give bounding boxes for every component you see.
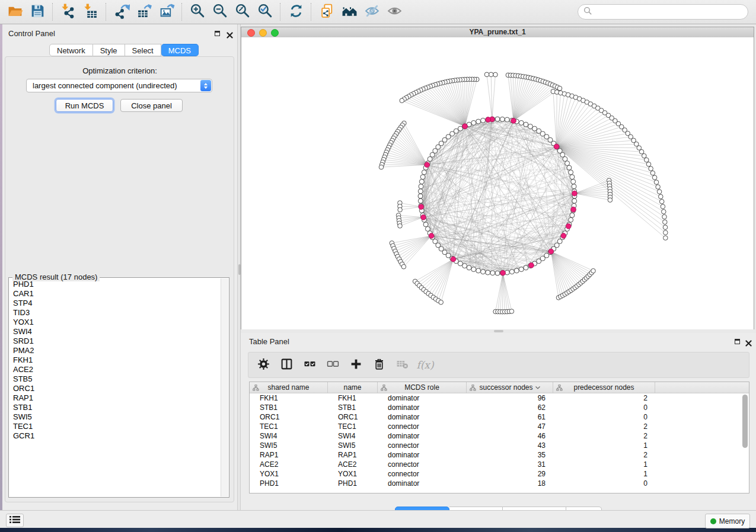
delete-table-button[interactable]: [393, 355, 411, 374]
table-cell[interactable]: ORC1: [328, 412, 378, 422]
table-scrollbar[interactable]: [742, 395, 748, 448]
table-cell[interactable]: 61: [467, 412, 553, 422]
tab-select[interactable]: Select: [125, 44, 161, 56]
mcds-result-item[interactable]: ACE2: [9, 365, 221, 374]
table-row[interactable]: STB1STB1dominator620: [250, 403, 749, 412]
network-node[interactable]: [493, 72, 498, 77]
mcds-node[interactable]: [425, 162, 430, 168]
table-row[interactable]: PHD1PHD1dominator180: [250, 479, 749, 488]
copy-network-button[interactable]: [315, 2, 338, 22]
table-cell[interactable]: 2: [553, 450, 655, 460]
table-cell[interactable]: SWI4: [328, 431, 378, 441]
network-node[interactable]: [419, 180, 424, 184]
table-cell[interactable]: 96: [467, 393, 553, 403]
table-cell[interactable]: YOX1: [250, 469, 328, 479]
table-cell[interactable]: 35: [467, 450, 553, 460]
first-neighbors-button[interactable]: [338, 2, 361, 22]
network-node[interactable]: [481, 270, 486, 274]
network-node[interactable]: [664, 236, 668, 241]
mcds-list-scrollbar[interactable]: [221, 278, 228, 496]
network-node[interactable]: [662, 210, 666, 214]
table-cell[interactable]: PHD1: [328, 479, 378, 488]
network-node[interactable]: [519, 120, 524, 125]
export-network-button[interactable]: [110, 2, 133, 22]
table-cell[interactable]: 43: [467, 441, 553, 450]
network-node[interactable]: [652, 175, 657, 180]
table-cell[interactable]: 31: [467, 460, 553, 469]
network-node[interactable]: [489, 72, 493, 77]
network-node[interactable]: [608, 198, 613, 203]
table-row[interactable]: SWI4SWI4dominator462: [250, 431, 749, 441]
mcds-result-item[interactable]: STB1: [9, 403, 221, 412]
network-node[interactable]: [639, 149, 644, 154]
network-node[interactable]: [462, 264, 467, 268]
close-panel-icon[interactable]: [227, 30, 233, 37]
table-cell[interactable]: 1: [553, 469, 655, 479]
network-node[interactable]: [500, 117, 505, 121]
network-node[interactable]: [476, 119, 481, 124]
save-session-button[interactable]: [26, 2, 49, 22]
network-node[interactable]: [663, 220, 668, 225]
mcds-result-item[interactable]: STP4: [9, 299, 221, 308]
table-cell[interactable]: dominator: [378, 479, 467, 488]
table-row[interactable]: FKH1FKH1dominator962: [250, 393, 749, 403]
add-column-button[interactable]: [347, 355, 365, 374]
network-node[interactable]: [569, 170, 573, 175]
network-node[interactable]: [418, 198, 423, 203]
network-node[interactable]: [490, 271, 495, 275]
mcds-node[interactable]: [572, 191, 578, 196]
network-node[interactable]: [649, 166, 653, 171]
float-window-icon[interactable]: [215, 31, 220, 36]
network-node[interactable]: [659, 194, 664, 199]
deselect-all-button[interactable]: [324, 355, 342, 374]
network-node[interactable]: [418, 194, 423, 198]
network-node[interactable]: [519, 267, 524, 272]
table-cell[interactable]: ORC1: [250, 412, 328, 422]
search-input[interactable]: [596, 7, 742, 17]
close-panel-icon[interactable]: [745, 338, 752, 345]
mcds-result-item[interactable]: YOX1: [9, 318, 221, 327]
table-cell[interactable]: 18: [467, 479, 553, 488]
table-cell[interactable]: SWI4: [250, 431, 328, 441]
table-cell[interactable]: 2: [553, 393, 655, 403]
float-window-icon[interactable]: [735, 339, 740, 344]
table-cell[interactable]: 2: [553, 431, 655, 441]
mcds-node[interactable]: [486, 117, 491, 123]
table-cell[interactable]: 1: [553, 460, 655, 469]
tab-mcds[interactable]: MCDS: [161, 44, 199, 56]
table-cell[interactable]: 2: [553, 422, 655, 431]
network-node[interactable]: [419, 184, 423, 189]
table-cell[interactable]: dominator: [378, 450, 467, 460]
table-cell[interactable]: RAP1: [250, 450, 328, 460]
zoom-in-button[interactable]: [186, 2, 209, 22]
network-node[interactable]: [471, 267, 476, 272]
mcds-node[interactable]: [500, 270, 506, 275]
zoom-selected-button[interactable]: [254, 2, 276, 22]
table-cell[interactable]: 0: [553, 403, 655, 412]
criterion-dropdown[interactable]: largest connected component (undirected): [26, 79, 212, 92]
column-header-successor-nodes[interactable]: successor nodes: [467, 382, 553, 393]
memory-button[interactable]: Memory: [705, 514, 750, 528]
column-header-predecessor-nodes[interactable]: predecessor nodes: [553, 382, 655, 393]
network-node[interactable]: [642, 153, 647, 158]
mcds-node[interactable]: [529, 262, 534, 268]
network-node[interactable]: [567, 165, 572, 170]
network-node[interactable]: [663, 225, 668, 230]
split-view-button[interactable]: [277, 355, 295, 374]
mcds-node[interactable]: [419, 204, 424, 210]
export-image-button[interactable]: [155, 2, 178, 22]
network-node[interactable]: [514, 268, 519, 273]
network-node[interactable]: [569, 217, 573, 222]
table-row[interactable]: ACE2ACE2connector311: [250, 460, 749, 469]
mcds-result-item[interactable]: RAP1: [9, 393, 221, 403]
table-row[interactable]: YOX1YOX1connector291: [250, 469, 749, 479]
mcds-result-item[interactable]: SRD1: [9, 336, 221, 346]
table-cell[interactable]: RAP1: [328, 450, 378, 460]
table-cell[interactable]: 47: [467, 422, 553, 431]
network-node[interactable]: [572, 198, 577, 203]
table-cell[interactable]: SWI5: [250, 441, 328, 450]
network-canvas[interactable]: [241, 37, 754, 329]
network-node[interactable]: [422, 170, 426, 175]
network-node[interactable]: [420, 175, 425, 180]
table-cell[interactable]: 0: [553, 479, 655, 488]
